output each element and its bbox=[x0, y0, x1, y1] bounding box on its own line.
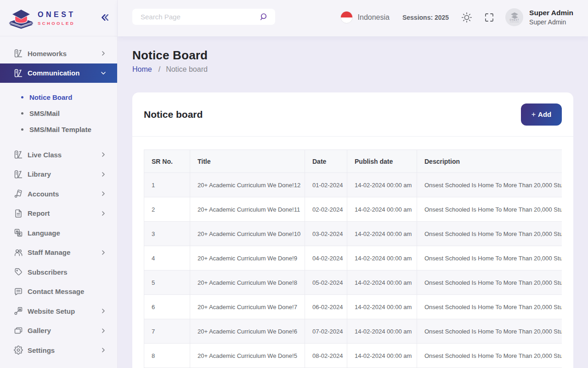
svg-text:SCHOOLED: SCHOOLED bbox=[510, 21, 519, 23]
svg-text:ONEST: ONEST bbox=[509, 19, 519, 21]
